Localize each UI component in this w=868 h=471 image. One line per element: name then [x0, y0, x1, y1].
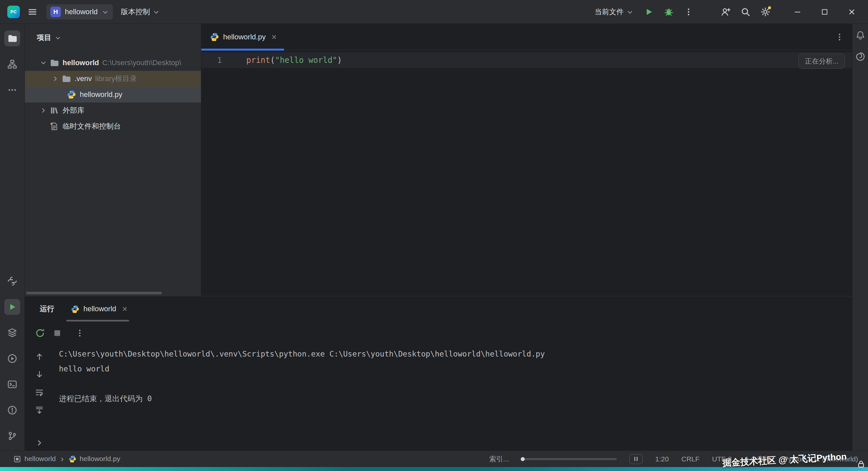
soft-wrap-button[interactable]	[33, 386, 45, 398]
python-file-icon	[71, 304, 80, 313]
library-icon	[49, 106, 60, 115]
structure-icon	[7, 59, 17, 69]
lock-icon	[857, 460, 865, 468]
caret-position-widget[interactable]: 1:20	[655, 455, 669, 463]
search-everywhere-button[interactable]	[738, 4, 753, 20]
code-text[interactable]: print("hello world")	[246, 56, 342, 65]
editor-body[interactable]: 1 print("hello world") 正在分析...	[201, 50, 852, 296]
python-console-icon	[7, 276, 17, 286]
indexing-progressbar	[521, 458, 617, 460]
notifications-button[interactable]	[856, 30, 865, 40]
breadcrumb-file[interactable]: helloworld.py	[80, 455, 121, 463]
services-tool-button[interactable]	[4, 350, 20, 367]
ai-assistant-button[interactable]	[856, 52, 865, 62]
scratch-file-icon	[49, 122, 60, 131]
close-button[interactable]	[840, 3, 863, 21]
console-output[interactable]: C:\Users\youth\Desktop\helloworld\.venv\…	[59, 347, 849, 406]
run-configuration-widget[interactable]: 当前文件	[594, 7, 633, 17]
run-tab-helloworld[interactable]: helloworld	[71, 304, 128, 313]
layers-icon	[7, 328, 17, 338]
search-icon	[741, 7, 750, 17]
tree-row-project-root[interactable]: helloworld C:\Users\youth\Desktop\	[25, 55, 201, 71]
chevron-down-icon	[626, 8, 633, 16]
more-horizontal-icon	[7, 85, 17, 95]
indexing-label: 索引...	[489, 455, 509, 464]
more-actions-button[interactable]	[681, 4, 696, 20]
editor-tab-helloworld-py[interactable]: helloworld.py	[201, 24, 284, 50]
tree-row-external-libraries[interactable]: 外部库	[25, 103, 201, 119]
editor-area: helloworld.py 1 print("hello world") 正在分…	[201, 24, 852, 296]
breadcrumb: helloworld helloworld.py	[13, 455, 120, 463]
rerun-icon	[35, 328, 45, 338]
run-panel-tabbar: 运行 helloworld	[25, 296, 852, 322]
version-control-tool-button[interactable]	[4, 428, 20, 444]
tab-scroll-indicator[interactable]	[66, 320, 129, 322]
stop-button[interactable]	[51, 327, 64, 340]
run-toolbar	[25, 322, 852, 345]
folder-icon	[7, 33, 17, 43]
problems-tool-button[interactable]	[4, 402, 20, 418]
prev-occurrence-button[interactable]	[33, 350, 45, 363]
run-panel-title: 运行	[40, 304, 54, 314]
expand-gutter-button[interactable]	[33, 437, 45, 448]
tree-item-hint: C:\Users\youth\Desktop\	[102, 59, 181, 67]
folder-icon	[61, 74, 72, 83]
folder-icon	[49, 58, 60, 67]
settings-button[interactable]	[757, 4, 773, 20]
terminal-tool-button[interactable]	[4, 376, 20, 392]
tree-item-label: 临时文件和控制台	[63, 122, 121, 131]
pause-indexing-button[interactable]	[629, 454, 643, 464]
minimize-button[interactable]	[786, 3, 809, 21]
project-panel: 项目 helloworld C:\Users\youth\Desktop\ .v…	[25, 24, 201, 296]
chevron-right-icon[interactable]	[51, 75, 60, 82]
vcs-widget[interactable]: 版本控制	[118, 4, 163, 20]
line-number: 1	[201, 56, 222, 65]
maximize-button[interactable]	[813, 3, 836, 21]
horizontal-scrollbar[interactable]	[26, 292, 162, 294]
main-menu-button[interactable]	[25, 4, 40, 20]
rerun-button[interactable]	[33, 327, 47, 340]
project-tool-button[interactable]	[4, 30, 20, 46]
code-close-paren: )	[337, 56, 342, 65]
more-tool-windows-button[interactable]	[4, 82, 20, 98]
soft-wrap-icon	[35, 388, 44, 397]
current-code-line[interactable]: 1 print("hello world")	[201, 52, 852, 68]
tree-item-hint: library根目录	[95, 74, 137, 84]
analysis-status-widget: 正在分析...	[799, 54, 845, 69]
structure-tool-button[interactable]	[4, 56, 20, 72]
breadcrumb-module[interactable]: helloworld	[25, 455, 56, 463]
run-icon	[8, 302, 17, 311]
more-vertical-icon	[75, 329, 85, 338]
arrow-up-icon	[35, 352, 44, 361]
project-avatar: H	[50, 7, 61, 17]
console-more-options-button[interactable]	[73, 327, 86, 340]
code-with-me-button[interactable]	[718, 4, 734, 20]
python-console-tool-button[interactable]	[4, 273, 20, 289]
chevron-right-icon[interactable]	[39, 107, 48, 114]
run-tool-button[interactable]	[4, 299, 20, 315]
tree-row-helloworld-py[interactable]: helloworld.py	[25, 87, 201, 103]
tree-row-venv[interactable]: .venv library根目录	[25, 71, 201, 87]
tree-item-label: helloworld	[63, 59, 99, 67]
bell-icon	[856, 31, 865, 39]
tab-options-button[interactable]	[835, 32, 844, 42]
tree-row-scratches[interactable]: 临时文件和控制台	[25, 119, 201, 134]
line-separator-widget[interactable]: CRLF	[681, 455, 700, 463]
project-widget[interactable]: H helloworld	[46, 4, 113, 20]
editor-tabbar: helloworld.py	[201, 24, 852, 50]
titlebar: PC H helloworld 版本控制 当前文件	[0, 0, 868, 24]
packages-tool-button[interactable]	[4, 325, 20, 341]
tab-close-icon[interactable]	[271, 34, 277, 40]
run-button[interactable]	[641, 4, 657, 20]
scroll-to-end-button[interactable]	[33, 404, 45, 416]
tree-item-label: .venv	[74, 74, 92, 83]
next-occurrence-button[interactable]	[33, 368, 45, 380]
chevron-down-icon[interactable]	[39, 59, 48, 66]
update-badge	[768, 6, 771, 9]
git-branch-icon	[7, 431, 17, 441]
project-panel-header[interactable]: 项目	[25, 24, 201, 46]
debug-button[interactable]	[661, 4, 677, 20]
module-icon	[13, 455, 21, 463]
tab-close-icon[interactable]	[122, 306, 128, 312]
terminal-icon	[7, 379, 17, 389]
